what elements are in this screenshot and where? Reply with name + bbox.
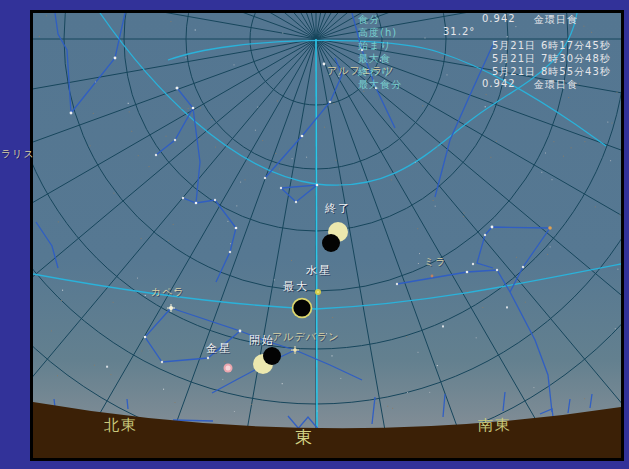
eclipse-info-panel: 食分0.942金環日食高度(h)31.2°始まり5月21日6時17分45秒最大食… (358, 12, 620, 90)
star-dot (332, 317, 333, 318)
east-azimuth-line (316, 39, 317, 429)
bright-star (229, 251, 231, 253)
star-dot (282, 33, 283, 34)
star-dot (516, 257, 517, 258)
star-dot (335, 160, 336, 161)
star-dot (486, 94, 487, 95)
star-dot (138, 155, 139, 156)
star-dot (224, 361, 225, 362)
star-dot (541, 172, 542, 173)
bright-star (144, 336, 147, 339)
star-dot (476, 337, 477, 338)
star-dot (317, 411, 318, 412)
eclipse-info-value: 0.942 (482, 78, 516, 89)
star-dot (617, 92, 618, 93)
star-dot (467, 291, 468, 292)
star-dot (223, 300, 224, 301)
star-dot (110, 374, 111, 375)
bright-star (176, 87, 179, 90)
star-dot (163, 389, 164, 390)
label-eclipse-max: 最大 (283, 281, 309, 292)
bright-star (239, 330, 242, 333)
star-dot (376, 403, 377, 404)
label-mira: ミラ (424, 257, 446, 267)
bright-star (295, 201, 297, 203)
bright-star (301, 135, 304, 138)
star-dot (490, 157, 491, 158)
star-dot (547, 254, 548, 255)
star-dot (274, 279, 275, 280)
star-dot (387, 406, 388, 407)
star-dot (595, 206, 596, 207)
bright-star (174, 139, 176, 141)
star-dot (141, 238, 142, 239)
star-dot (262, 140, 263, 141)
star-dot (200, 108, 201, 109)
star-dot (106, 366, 108, 368)
star-dot (279, 168, 280, 169)
bright-star (161, 361, 163, 363)
eclipse-info-row-0: 食分0.942金環日食 (358, 12, 620, 25)
star-dot (525, 302, 526, 303)
star-dot (332, 355, 333, 356)
star-dot (113, 302, 114, 303)
star-dot (552, 179, 553, 180)
app-window: { "frame": { "outer_color": "#323299", "… (0, 0, 629, 469)
star-dot (563, 156, 564, 157)
star-dot (292, 158, 293, 159)
star-dot (227, 221, 228, 222)
star-dot (340, 185, 341, 186)
label-capella: カペラ (151, 287, 185, 297)
star-dot (141, 351, 142, 352)
star-dot (90, 145, 91, 146)
star-dot (612, 123, 613, 124)
star-dot (145, 295, 146, 296)
bright-star (323, 63, 326, 66)
bright-star (491, 226, 494, 229)
star-dot (93, 113, 94, 114)
star-dot (617, 269, 618, 270)
bright-star (182, 197, 184, 199)
star-dot (506, 306, 508, 308)
star-dot (168, 240, 169, 241)
star-dot (435, 206, 436, 207)
star-dot (550, 246, 551, 247)
star-dot (340, 378, 341, 379)
moon-disk-end (322, 234, 340, 252)
label-dir-northeast: 北東 (104, 418, 138, 433)
star-dot (149, 166, 150, 167)
bright-star (214, 199, 216, 201)
star-dot (185, 57, 186, 58)
star-dot (418, 263, 419, 264)
star-dot (39, 36, 40, 37)
star-dot (324, 127, 325, 128)
star-dot (94, 365, 95, 366)
star-dot (422, 105, 423, 106)
star-dot (615, 328, 616, 329)
star-dot (482, 307, 483, 308)
star-dot (234, 411, 235, 412)
bright-star (195, 202, 198, 205)
star-dot (240, 182, 241, 183)
star-dot (51, 330, 52, 331)
venus-core (226, 366, 231, 371)
bright-star (70, 112, 73, 115)
star-dot (251, 404, 252, 405)
bright-star (522, 266, 524, 268)
eclipse-info-row-1: 高度(h)31.2° (358, 25, 620, 38)
star-dot (584, 398, 585, 399)
star-dot (610, 160, 611, 161)
label-dir-east: 東 (295, 429, 314, 446)
star-dot (181, 108, 182, 109)
label-dir-southeast: 南東 (478, 418, 512, 433)
bright-star (207, 357, 209, 359)
star-dot (131, 131, 132, 132)
star-dot (406, 336, 407, 337)
label-aldebaran: アルデバラン (272, 332, 339, 342)
star-dot (173, 224, 174, 225)
star-dot (571, 147, 572, 148)
star-dot (568, 97, 569, 98)
star-dot (419, 253, 420, 254)
bright-star (235, 227, 238, 230)
bright-star (264, 177, 266, 179)
